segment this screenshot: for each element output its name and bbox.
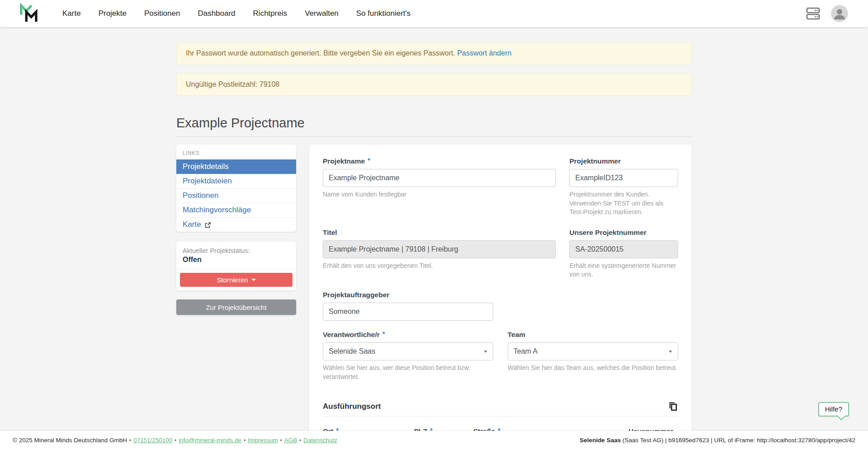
copy-address-button[interactable] (668, 401, 678, 412)
footer-user-name: Selenide Saas (580, 437, 621, 444)
projektname-input[interactable] (323, 169, 556, 187)
team-select[interactable]: Team A (508, 342, 678, 360)
footer-impressum-link[interactable]: Impressum (248, 437, 278, 444)
sidebar-item-projektdateien[interactable]: Projektdateien (176, 174, 296, 188)
sidebar-item-label: Projektdetails (183, 162, 229, 171)
sidebar-item-karte[interactable]: Karte (176, 217, 296, 232)
page: Karte Projekte Positionen Dashboard Rich… (0, 0, 868, 449)
change-password-link[interactable]: Passwort ändern (457, 49, 511, 57)
project-overview-button[interactable]: Zur Projektübersicht (176, 299, 296, 315)
section-divider (323, 416, 678, 416)
external-link-icon (204, 222, 211, 229)
project-details-form: Projektname * Name vom Kunden festlegbar… (309, 145, 692, 449)
projektauftraggeber-input[interactable] (323, 303, 493, 321)
label-text: Projektname (323, 157, 365, 165)
projektnummer-input[interactable] (569, 169, 678, 187)
user-avatar-icon[interactable] (831, 5, 848, 22)
projektnummer-help: Projektnummer des Kunden. Verwenden Sie … (569, 190, 678, 217)
nav-item-karte[interactable]: Karte (62, 9, 81, 18)
navbar-right (806, 5, 848, 22)
footer-email-link[interactable]: info@mineral-minds.de (179, 437, 241, 444)
links-card-header: LINKS (176, 145, 296, 159)
chevron-down-icon (669, 351, 672, 353)
required-asterisk: * (368, 157, 370, 164)
main-nav: Karte Projekte Positionen Dashboard Rich… (62, 9, 410, 18)
unsere-projektnummer-help: Erhält eine systemgenerierte Nummer von … (569, 262, 678, 279)
sidebar: LINKS Projektdetails Projektdateien Posi… (176, 145, 296, 315)
nav-item-so-funktionierts[interactable]: So funktioniert's (356, 9, 410, 18)
sidebar-item-label: Positionen (183, 191, 218, 200)
nav-item-positionen[interactable]: Positionen (144, 9, 180, 18)
content-area: Ihr Passwort wurde automatisch generiert… (176, 27, 692, 449)
sidebar-item-label: Karte (183, 220, 201, 229)
titel-help: Erhält den von uns vorgegebenen Titel. (323, 262, 556, 271)
top-navbar: Karte Projekte Positionen Dashboard Rich… (0, 0, 868, 27)
help-button-label: Hilfe? (825, 405, 842, 413)
links-card: LINKS Projektdetails Projektdateien Posi… (176, 145, 296, 232)
nav-item-dashboard[interactable]: Dashboard (198, 9, 235, 18)
status-label: Aktueller Projektstatus: (183, 247, 290, 254)
unsere-projektnummer-label: Unsere Projektnummer (569, 229, 678, 237)
password-warning-alert: Ihr Passwort wurde automatisch generiert… (176, 42, 692, 65)
status-value: Offen (183, 256, 290, 264)
footer-agb-link[interactable]: AGB (284, 437, 297, 444)
selected-value: Selenide Saas (329, 347, 375, 355)
projektnummer-label: Projektnummer (569, 157, 678, 165)
help-button[interactable]: Hilfe? (818, 402, 849, 416)
title-divider (176, 136, 692, 137)
sidebar-item-projektdetails[interactable]: Projektdetails (176, 159, 296, 174)
footer-phone-link[interactable]: 07151/250100 (133, 437, 172, 444)
footer-session-details: (Saas Test AG) | b91695ed7623 | URL of i… (621, 437, 855, 444)
copy-icon (668, 401, 678, 412)
titel-input (323, 240, 556, 258)
cancel-button-label: Stornieren (217, 276, 248, 284)
footer-copyright: © 2025 Mineral Minds Deutschland GmbH (13, 437, 127, 444)
brand-logo-icon[interactable] (18, 3, 40, 24)
password-warning-text: Ihr Passwort wurde automatisch generiert… (186, 49, 455, 57)
verantwortliche-help: Wählen Sie hier aus, wer diese Position … (323, 364, 493, 381)
nav-item-verwalten[interactable]: Verwalten (305, 9, 339, 18)
footer-left: © 2025 Mineral Minds Deutschland GmbH071… (13, 437, 337, 444)
nav-item-richtpreis[interactable]: Richtpreis (253, 9, 288, 18)
team-label: Team (508, 331, 678, 339)
verantwortliche-select[interactable]: Selenide Saas (323, 342, 493, 360)
page-title: Example Projectname (176, 116, 692, 131)
selected-value: Team A (514, 347, 538, 355)
titel-label: Titel (323, 229, 556, 237)
cancel-project-button[interactable]: Stornieren (180, 273, 292, 287)
label-text: Verantwortliche/r (323, 331, 380, 338)
invalid-plz-alert: Ungültige Postleitzahl: 79108 (176, 73, 692, 96)
ausfuehrungsort-heading: Ausführungsort (323, 402, 381, 411)
projektauftraggeber-label: Projektauftraggeber (323, 291, 493, 299)
footer-datenschutz-link[interactable]: Datenschutz (303, 437, 337, 444)
unsere-projektnummer-input (569, 240, 678, 258)
invalid-plz-text: Ungültige Postleitzahl: 79108 (186, 80, 279, 88)
projektname-help: Name vom Kunden festlegbar (323, 190, 556, 199)
project-status-card: Aktueller Projektstatus: Offen Storniere… (176, 242, 296, 290)
required-asterisk: * (382, 330, 385, 337)
nav-item-projekte[interactable]: Projekte (99, 9, 127, 18)
projektname-label: Projektname * (323, 157, 556, 165)
sidebar-item-label: Projektdateien (183, 177, 232, 186)
speech-bubble-tail (838, 413, 845, 421)
sidebar-item-positionen[interactable]: Positionen (176, 188, 296, 203)
sidebar-item-label: Matchingvorschläge (183, 206, 251, 215)
chevron-down-icon (484, 351, 487, 353)
server-icon[interactable] (806, 7, 820, 20)
footer-session-info: Selenide Saas (Saas Test AG) | b91695ed7… (580, 437, 855, 444)
sidebar-item-matchingvorschlaege[interactable]: Matchingvorschläge (176, 203, 296, 217)
mineral-minds-logo-icon (18, 3, 40, 24)
verantwortliche-label: Verantwortliche/r * (323, 331, 493, 339)
chevron-down-icon (251, 279, 256, 281)
team-help: Wählen Sie hier das Team aus, welches di… (508, 364, 678, 373)
footer: © 2025 Mineral Minds Deutschland GmbH071… (0, 431, 868, 449)
